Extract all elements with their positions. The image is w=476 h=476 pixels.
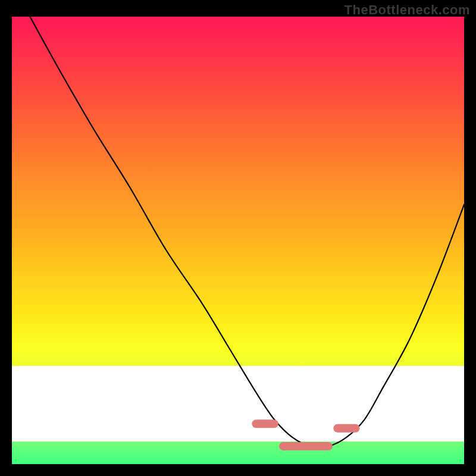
watermark-text: TheBottleneck.com [345, 2, 470, 18]
chart-frame: TheBottleneck.com [0, 0, 476, 476]
plot-area [12, 17, 464, 464]
bottleneck-curve [30, 17, 464, 447]
curve-overlay [12, 17, 464, 464]
minimum-highlight-markers [256, 424, 355, 446]
